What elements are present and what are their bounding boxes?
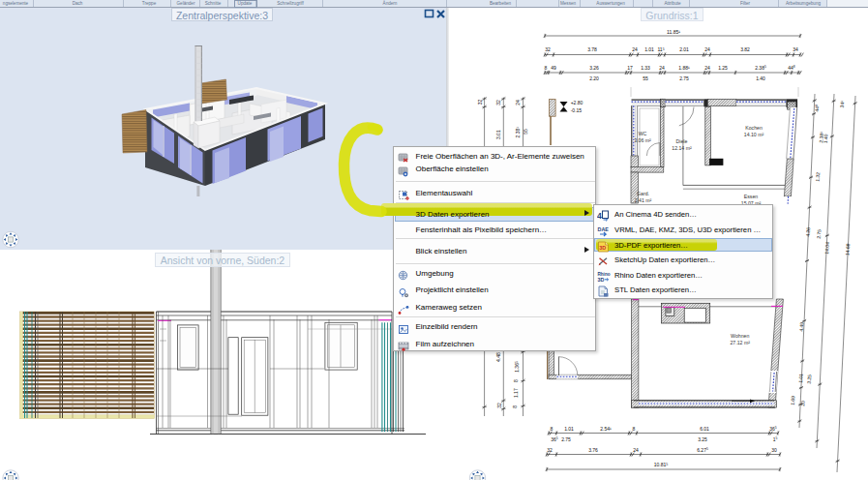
svg-text:4: 4 bbox=[597, 210, 602, 220]
svg-text:DAE: DAE bbox=[597, 225, 609, 231]
svg-text:3D: 3D bbox=[597, 276, 604, 282]
svg-text:3D: 3D bbox=[599, 245, 606, 251]
